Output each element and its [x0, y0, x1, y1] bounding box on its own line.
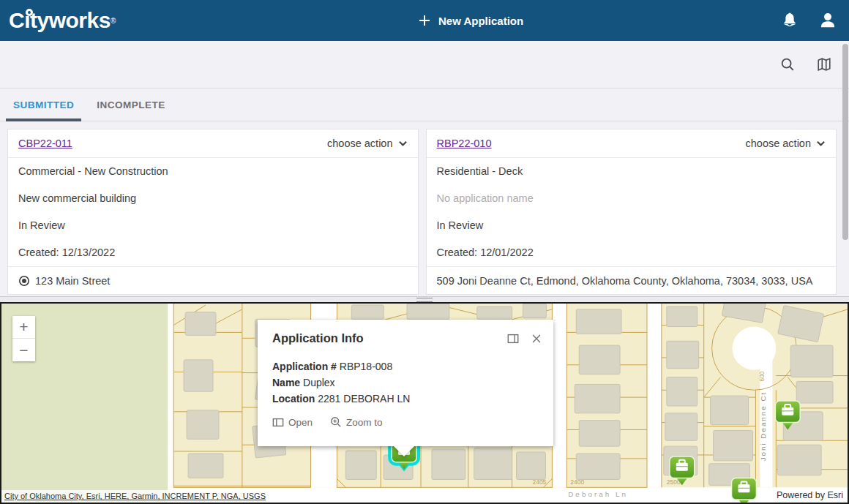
application-card-rbp22-010: RBP22-010 choose action Residential - De…	[426, 129, 837, 295]
tab-bar: SUBMITTED INCOMPLETE	[0, 89, 849, 121]
lot-number-2405: 2405	[532, 478, 546, 486]
popup-field-application-number: Application # RBP18-008	[272, 358, 539, 375]
open-panel-icon	[272, 417, 284, 428]
popup-field-value: Duplex	[303, 377, 335, 388]
cityworks-app: Cityworks® New Application	[0, 0, 849, 504]
popup-tail-pointer	[394, 446, 414, 456]
application-status: In Review	[8, 212, 418, 239]
map-attribution: City of Oklahoma City, Esri, HERE, Garmi…	[1, 490, 269, 503]
application-address-row: 123 Main Street	[8, 266, 418, 294]
tab-incomplete[interactable]: INCOMPLETE	[89, 89, 173, 121]
application-type: Commercial - New Construction	[8, 158, 418, 185]
close-popup-icon[interactable]	[530, 332, 543, 345]
application-created-date: Created: 12/01/2022	[427, 239, 837, 266]
popup-actions: Open Zoom to	[258, 407, 553, 437]
search-icon[interactable]	[779, 56, 796, 72]
card-header: CBP22-011 choose action	[8, 129, 418, 158]
cityworks-logo[interactable]: Cityworks®	[9, 8, 116, 33]
choose-action-dropdown[interactable]: choose action	[327, 138, 407, 149]
chevron-down-icon	[398, 139, 408, 148]
lot-number-2400: 2400	[570, 478, 584, 486]
dock-popup-icon[interactable]	[506, 332, 520, 345]
popup-field-value: 2281 DEBORAH LN	[318, 393, 410, 405]
logo-registered-mark: ®	[111, 17, 116, 25]
scrollbar-thumb[interactable]	[842, 44, 848, 240]
application-map-marker[interactable]	[732, 478, 757, 503]
chevron-down-icon	[816, 139, 826, 148]
application-status: In Review	[427, 212, 837, 239]
app-header: Cityworks® New Application	[0, 0, 849, 41]
map-zoom-in-button[interactable]: +	[12, 316, 35, 339]
popup-field-label: Location	[272, 393, 315, 405]
popup-field-value: RBP18-008	[340, 361, 392, 372]
application-name: No application name	[427, 185, 837, 212]
panel-resize-handle[interactable]	[0, 296, 849, 302]
application-card-cbp22-011: CBP22-011 choose action Commercial - New…	[7, 129, 419, 295]
toolbar	[0, 41, 849, 89]
popup-body: Application # RBP18-008 Name Duplex Loca…	[258, 345, 553, 407]
choose-action-label: choose action	[327, 138, 392, 149]
popup-field-label: Application #	[272, 361, 337, 372]
user-profile-icon[interactable]	[818, 11, 837, 30]
application-card-list: CBP22-011 choose action Commercial - New…	[0, 129, 849, 295]
street-label-joni-deanne-ct: Joni Deanne Ct	[759, 391, 767, 462]
application-address-row: 509 Joni Deanne Ct, Edmond, Oklahoma Cou…	[427, 266, 837, 294]
application-type: Residential - Deck	[427, 158, 837, 185]
tab-incomplete-label: INCOMPLETE	[97, 99, 165, 110]
new-application-label: New Application	[438, 15, 523, 27]
header-icons	[780, 11, 837, 30]
zoom-to-icon	[330, 416, 342, 428]
popup-field-label: Name	[272, 377, 300, 388]
popup-zoom-to-button[interactable]: Zoom to	[330, 416, 383, 428]
logo-pin-dot-icon	[26, 9, 33, 16]
tab-submitted-label: SUBMITTED	[13, 99, 74, 110]
powered-by-esri: Powered by Esri	[772, 489, 848, 503]
lot-number-600: 600	[758, 371, 766, 381]
map-toggle-icon[interactable]	[816, 56, 832, 72]
popup-title: Application Info	[272, 331, 496, 345]
choose-action-label: choose action	[746, 138, 811, 149]
plus-icon	[419, 15, 430, 26]
application-address: 509 Joni Deanne Ct, Edmond, Oklahoma Cou…	[437, 275, 813, 287]
new-application-button[interactable]: New Application	[414, 0, 528, 41]
application-info-popup: Application Info Application # RBP18-008…	[258, 320, 553, 446]
locate-target-icon	[18, 275, 30, 287]
application-id-link[interactable]: RBP22-010	[437, 138, 492, 149]
application-address: 123 Main Street	[35, 275, 110, 287]
street-label-deborah-ln-right: Deborah Ln	[568, 490, 628, 498]
notifications-bell-icon[interactable]	[780, 11, 799, 30]
application-created-date: Created: 12/13/2022	[8, 239, 418, 266]
map-zoom-out-button[interactable]: −	[12, 339, 35, 361]
application-name: New commercial building	[8, 185, 418, 212]
application-id-link[interactable]: CBP22-011	[18, 138, 72, 149]
popup-field-name: Name Duplex	[272, 375, 539, 391]
map-zoom-control: + −	[12, 316, 35, 361]
card-header: RBP22-010 choose action	[427, 129, 837, 158]
map-panel: Deborah Ln Deborah Ln Joni Deanne Ct 240…	[0, 302, 849, 504]
tab-submitted[interactable]: SUBMITTED	[6, 89, 81, 121]
vertical-scrollbar[interactable]	[842, 44, 848, 296]
popup-zoom-to-label: Zoom to	[346, 417, 383, 428]
choose-action-dropdown[interactable]: choose action	[746, 138, 826, 149]
popup-field-location: Location 2281 DEBORAH LN	[272, 391, 539, 407]
logo-text: Cityworks	[9, 8, 111, 32]
popup-open-label: Open	[288, 417, 313, 428]
popup-header: Application Info	[258, 320, 553, 345]
popup-open-button[interactable]: Open	[272, 417, 313, 428]
